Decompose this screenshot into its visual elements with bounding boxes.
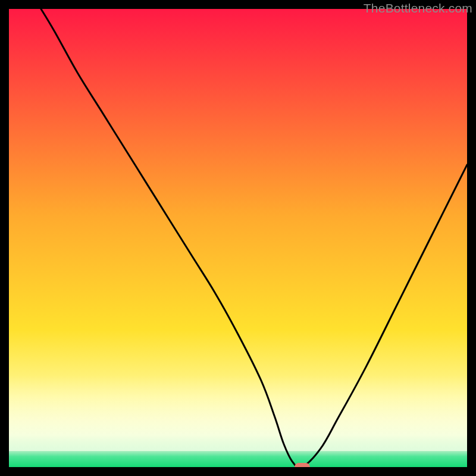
- watermark-text: TheBottleneck.com: [364, 1, 472, 15]
- chart-frame: [9, 9, 467, 467]
- chart-line: [9, 9, 467, 467]
- plot-area: [9, 9, 467, 467]
- minimum-marker: [295, 463, 310, 467]
